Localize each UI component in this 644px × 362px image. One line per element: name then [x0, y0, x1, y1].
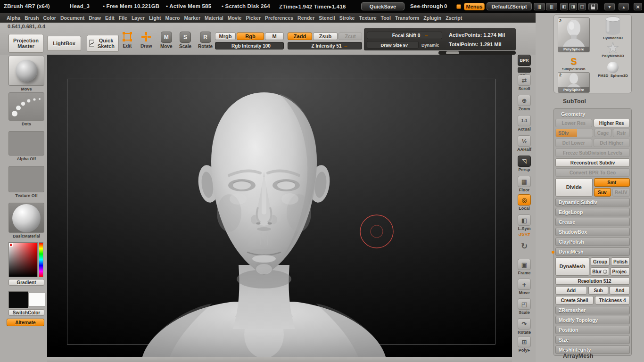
- default-zscript-button[interactable]: DefaultZScript: [487, 2, 532, 10]
- menu-item-picker[interactable]: Picker: [246, 15, 261, 21]
- projection-master-button[interactable]: Projection Master: [8, 34, 43, 53]
- menu-item-texture[interactable]: Texture: [359, 15, 376, 21]
- del-higher-button[interactable]: Del Higher: [594, 139, 630, 147]
- timeline-icon[interactable]: |||: [534, 3, 545, 10]
- saturation-value-square[interactable]: [8, 242, 38, 277]
- sdiv-slider[interactable]: SDiv: [555, 129, 593, 137]
- move-mode-button[interactable]: M Move: [160, 32, 173, 49]
- tool-polysphere-2[interactable]: 2 PolySphere: [558, 72, 590, 93]
- menu-item-alpha[interactable]: Alpha: [7, 15, 20, 21]
- section-modify-topology[interactable]: Modify Topology: [555, 316, 630, 324]
- focal-shift-slider[interactable]: Focal Shift 0: [367, 32, 442, 39]
- zadd-button[interactable]: Zadd: [288, 33, 312, 40]
- bpr-button[interactable]: BPR: [513, 55, 535, 66]
- xyz-button[interactable]: ↺XYZ: [513, 232, 535, 237]
- hue-strip[interactable]: [39, 242, 43, 277]
- create-shell-button[interactable]: Create Shell: [555, 296, 594, 304]
- zoom-button[interactable]: ⊕ Zoom: [513, 95, 535, 111]
- menu-item-tool[interactable]: Tool: [381, 15, 391, 21]
- menu-item-file[interactable]: File: [119, 15, 127, 21]
- arraymesh-palette-header[interactable]: ArrayMesh: [563, 353, 594, 359]
- tool-polymesh3d[interactable]: PolyMesh3D: [595, 42, 630, 58]
- menu-item-document[interactable]: Document: [60, 15, 84, 21]
- rstr-button[interactable]: Rstr: [613, 129, 630, 137]
- rgb-intensity-slider[interactable]: Rgb Intensity 100: [215, 42, 284, 49]
- scroll-button[interactable]: ⇄ Scroll: [513, 74, 535, 91]
- menu-item-zscript[interactable]: Zscript: [446, 15, 462, 21]
- rotate-mode-button[interactable]: R Rotate: [198, 32, 213, 49]
- lock-icon[interactable]: [588, 3, 598, 10]
- spin-button[interactable]: ↻: [513, 241, 535, 251]
- reuv-button[interactable]: ReUV: [612, 188, 630, 197]
- draw-size-slider[interactable]: Draw Size 97: [367, 41, 419, 49]
- higher-res-button[interactable]: Higher Res: [594, 119, 630, 127]
- zsub-button[interactable]: Zsub: [313, 33, 338, 40]
- section-claypolish[interactable]: ClayPolish: [555, 238, 630, 246]
- and-button[interactable]: And: [610, 286, 630, 295]
- freeze-subdivision-button[interactable]: Freeze SubDivision Levels: [555, 148, 630, 157]
- menu-item-edit[interactable]: Edit: [105, 15, 115, 21]
- menu-item-color[interactable]: Color: [43, 15, 56, 21]
- polish-button[interactable]: Polish: [611, 257, 630, 266]
- actual-button[interactable]: 1:1 Actual: [513, 115, 535, 132]
- menu-item-marker[interactable]: Marker: [184, 15, 200, 21]
- current-stroke[interactable]: Dots: [8, 92, 44, 126]
- tool-pm3d-sphere3d[interactable]: PM3D_Sphere3D: [595, 62, 630, 78]
- alternate-button[interactable]: Alternate: [7, 319, 44, 326]
- smt-button[interactable]: Smt: [594, 178, 630, 187]
- convert-bpr-button[interactable]: Convert BPR To Geo: [555, 168, 630, 177]
- section-crease[interactable]: Crease: [555, 218, 630, 226]
- dynamic-toggle[interactable]: Dynamic: [421, 43, 439, 48]
- resolution-slider[interactable]: Resolution 512: [555, 277, 630, 285]
- timeline-icon-2[interactable]: |||: [546, 3, 557, 10]
- color-picker[interactable]: Gradient: [8, 242, 44, 286]
- add-button[interactable]: Add: [555, 286, 587, 295]
- secondary-color-swatch[interactable]: [28, 293, 45, 307]
- switch-color-widget[interactable]: SwitchColor: [8, 291, 44, 316]
- sub-button[interactable]: Sub: [588, 286, 609, 295]
- shelf-scrollbar-handle[interactable]: [446, 51, 459, 54]
- section-dynamesh[interactable]: DynaMesh: [555, 247, 630, 256]
- active-tool-thumbnail[interactable]: 2 PolySphere: [558, 17, 590, 52]
- local-button[interactable]: ◎ Local: [513, 194, 535, 211]
- menu-item-macro[interactable]: Macro: [165, 15, 180, 21]
- menu-item-draw[interactable]: Draw: [89, 15, 101, 21]
- gradient-button[interactable]: Gradient: [8, 279, 44, 286]
- close-icon[interactable]: ×: [634, 3, 642, 10]
- menu-item-preferences[interactable]: Preferences: [265, 15, 293, 21]
- spix-track[interactable]: [518, 67, 531, 73]
- m-button[interactable]: M: [265, 33, 284, 40]
- mrgb-button[interactable]: Mrgb: [215, 33, 236, 40]
- group-button[interactable]: Group: [591, 257, 610, 266]
- polyframe-button[interactable]: ⊞ PolyF: [513, 336, 535, 353]
- canvas-rotate-button[interactable]: ↷ Rotate: [513, 318, 535, 335]
- thickness-slider[interactable]: Thickness 4: [595, 296, 630, 304]
- tool-simplebrush[interactable]: S SimpleBrush: [558, 56, 590, 71]
- panel-layout-icon-2[interactable]: ◨: [569, 3, 577, 10]
- dynamesh-button[interactable]: DynaMesh: [555, 257, 589, 276]
- section-zremesher[interactable]: ZRemesher: [555, 306, 630, 314]
- menu-item-stroke[interactable]: Stroke: [339, 15, 355, 21]
- menu-item-transform[interactable]: Transform: [395, 15, 419, 21]
- floor-button[interactable]: ▦ Floor: [513, 176, 535, 192]
- menu-item-zplugin[interactable]: Zplugin: [423, 15, 441, 21]
- scale-mode-button[interactable]: S Scale: [179, 32, 191, 49]
- main-color-swatch[interactable]: [8, 291, 28, 308]
- project-button[interactable]: Projec: [611, 267, 630, 276]
- quick-sketch-button[interactable]: Quick Sketch: [87, 35, 119, 52]
- zcut-button[interactable]: Zcut: [339, 33, 362, 40]
- quicksave-button[interactable]: QuickSave: [361, 2, 405, 10]
- section-size[interactable]: Size: [555, 336, 630, 344]
- draw-mode-button[interactable]: Draw: [140, 31, 152, 49]
- tool-cylinder3d[interactable]: Cylinder3D: [595, 16, 630, 40]
- menu-item-movie[interactable]: Movie: [228, 15, 242, 21]
- menu-item-layer[interactable]: Layer: [132, 15, 145, 21]
- menus-button[interactable]: Menus: [464, 3, 485, 10]
- menu-item-render[interactable]: Render: [297, 15, 314, 21]
- current-brush[interactable]: Move: [8, 56, 44, 91]
- section-edgeloop[interactable]: EdgeLoop: [555, 208, 630, 216]
- section-shadowbox[interactable]: ShadowBox: [555, 228, 630, 236]
- lightbox-button[interactable]: LightBox: [47, 36, 81, 51]
- panel-layout-icon-1[interactable]: ◧: [560, 3, 568, 10]
- subtool-palette-header[interactable]: SubTool: [563, 98, 586, 105]
